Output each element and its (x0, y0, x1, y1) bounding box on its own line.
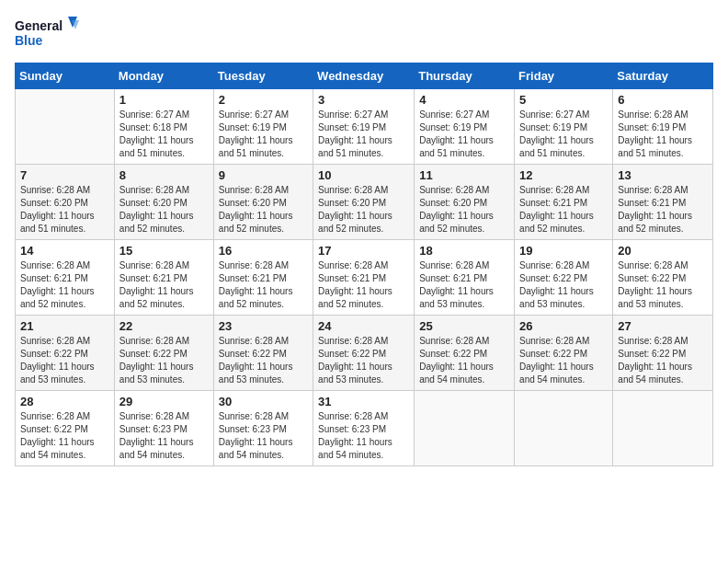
day-number: 28 (20, 395, 109, 408)
day-number: 19 (519, 244, 608, 258)
day-info: Sunrise: 6:28 AMSunset: 6:22 PMDaylight:… (419, 335, 509, 386)
calendar-day-cell (613, 391, 713, 466)
day-number: 23 (219, 319, 308, 333)
calendar-table: SundayMondayTuesdayWednesdayThursdayFrid… (15, 63, 713, 466)
day-info: Sunrise: 6:28 AMSunset: 6:22 PMDaylight:… (519, 335, 608, 386)
day-info: Sunrise: 6:28 AMSunset: 6:19 PMDaylight:… (618, 109, 708, 160)
calendar-day-cell: 28Sunrise: 6:28 AMSunset: 6:22 PMDayligh… (16, 391, 115, 466)
day-info: Sunrise: 6:28 AMSunset: 6:22 PMDaylight:… (618, 259, 708, 311)
day-number: 7 (20, 168, 109, 182)
calendar-day-cell (415, 391, 515, 466)
day-number: 12 (519, 168, 608, 182)
day-number: 20 (618, 244, 708, 258)
calendar-day-cell: 14Sunrise: 6:28 AMSunset: 6:21 PMDayligh… (16, 240, 115, 316)
calendar-day-cell: 23Sunrise: 6:28 AMSunset: 6:22 PMDayligh… (213, 316, 313, 391)
calendar-week-row: 28Sunrise: 6:28 AMSunset: 6:22 PMDayligh… (16, 391, 713, 466)
calendar-week-row: 1Sunrise: 6:27 AMSunset: 6:18 PMDaylight… (16, 89, 713, 165)
calendar-day-cell: 16Sunrise: 6:28 AMSunset: 6:21 PMDayligh… (213, 240, 313, 316)
day-number: 9 (219, 168, 308, 182)
day-info: Sunrise: 6:27 AMSunset: 6:19 PMDaylight:… (219, 109, 308, 160)
day-info: Sunrise: 6:28 AMSunset: 6:21 PMDaylight:… (20, 259, 109, 311)
day-info: Sunrise: 6:28 AMSunset: 6:21 PMDaylight:… (318, 259, 409, 311)
day-number: 14 (20, 244, 109, 258)
calendar-header-row: SundayMondayTuesdayWednesdayThursdayFrid… (16, 63, 713, 89)
calendar-day-cell: 13Sunrise: 6:28 AMSunset: 6:21 PMDayligh… (613, 165, 713, 240)
day-number: 29 (119, 395, 209, 408)
day-number: 30 (219, 395, 308, 408)
calendar-day-cell: 24Sunrise: 6:28 AMSunset: 6:22 PMDayligh… (313, 316, 415, 391)
weekday-header: Thursday (415, 63, 515, 89)
day-number: 8 (119, 168, 209, 182)
day-number: 13 (618, 168, 708, 182)
calendar-day-cell: 21Sunrise: 6:28 AMSunset: 6:22 PMDayligh… (16, 316, 115, 391)
day-info: Sunrise: 6:28 AMSunset: 6:22 PMDaylight:… (318, 335, 409, 386)
day-number: 25 (419, 319, 509, 333)
day-info: Sunrise: 6:28 AMSunset: 6:20 PMDaylight:… (20, 184, 109, 236)
svg-text:Blue: Blue (15, 33, 43, 48)
day-number: 27 (618, 319, 708, 333)
calendar-day-cell (16, 89, 115, 165)
weekday-header: Tuesday (213, 63, 313, 89)
day-info: Sunrise: 6:28 AMSunset: 6:22 PMDaylight:… (618, 335, 708, 386)
calendar-week-row: 7Sunrise: 6:28 AMSunset: 6:20 PMDaylight… (16, 165, 713, 240)
day-info: Sunrise: 6:28 AMSunset: 6:21 PMDaylight:… (519, 184, 608, 236)
day-info: Sunrise: 6:28 AMSunset: 6:23 PMDaylight:… (219, 410, 308, 462)
weekday-header: Sunday (16, 63, 115, 89)
calendar-day-cell: 27Sunrise: 6:28 AMSunset: 6:22 PMDayligh… (613, 316, 713, 391)
calendar-day-cell: 7Sunrise: 6:28 AMSunset: 6:20 PMDaylight… (16, 165, 115, 240)
day-info: Sunrise: 6:28 AMSunset: 6:23 PMDaylight:… (318, 410, 409, 462)
calendar-day-cell: 3Sunrise: 6:27 AMSunset: 6:19 PMDaylight… (313, 89, 415, 165)
day-number: 1 (119, 93, 209, 107)
day-number: 31 (318, 395, 409, 408)
logo: General Blue (15, 15, 79, 52)
day-info: Sunrise: 6:27 AMSunset: 6:19 PMDaylight:… (419, 109, 509, 160)
calendar-day-cell: 6Sunrise: 6:28 AMSunset: 6:19 PMDaylight… (613, 89, 713, 165)
day-info: Sunrise: 6:27 AMSunset: 6:18 PMDaylight:… (119, 109, 209, 160)
day-info: Sunrise: 6:28 AMSunset: 6:20 PMDaylight:… (419, 184, 509, 236)
day-number: 5 (519, 93, 608, 107)
day-number: 15 (119, 244, 209, 258)
weekday-header: Monday (114, 63, 213, 89)
page-header: General Blue (15, 15, 713, 52)
calendar-day-cell: 18Sunrise: 6:28 AMSunset: 6:21 PMDayligh… (415, 240, 515, 316)
day-info: Sunrise: 6:28 AMSunset: 6:22 PMDaylight:… (219, 335, 308, 386)
day-info: Sunrise: 6:28 AMSunset: 6:20 PMDaylight:… (219, 184, 308, 236)
calendar-day-cell: 25Sunrise: 6:28 AMSunset: 6:22 PMDayligh… (415, 316, 515, 391)
day-info: Sunrise: 6:28 AMSunset: 6:22 PMDaylight:… (119, 335, 209, 386)
day-info: Sunrise: 6:28 AMSunset: 6:22 PMDaylight:… (20, 335, 109, 386)
day-info: Sunrise: 6:28 AMSunset: 6:21 PMDaylight:… (419, 259, 509, 311)
day-info: Sunrise: 6:27 AMSunset: 6:19 PMDaylight:… (318, 109, 409, 160)
calendar-day-cell: 4Sunrise: 6:27 AMSunset: 6:19 PMDaylight… (415, 89, 515, 165)
calendar-day-cell: 26Sunrise: 6:28 AMSunset: 6:22 PMDayligh… (515, 316, 613, 391)
day-number: 24 (318, 319, 409, 333)
calendar-day-cell: 15Sunrise: 6:28 AMSunset: 6:21 PMDayligh… (114, 240, 213, 316)
day-info: Sunrise: 6:28 AMSunset: 6:21 PMDaylight:… (219, 259, 308, 311)
day-number: 21 (20, 319, 109, 333)
day-info: Sunrise: 6:28 AMSunset: 6:22 PMDaylight:… (20, 410, 109, 462)
day-number: 2 (219, 93, 308, 107)
calendar-day-cell: 22Sunrise: 6:28 AMSunset: 6:22 PMDayligh… (114, 316, 213, 391)
day-info: Sunrise: 6:28 AMSunset: 6:21 PMDaylight:… (618, 184, 708, 236)
day-number: 26 (519, 319, 608, 333)
weekday-header: Saturday (613, 63, 713, 89)
weekday-header: Friday (515, 63, 613, 89)
calendar-day-cell (515, 391, 613, 466)
calendar-day-cell: 9Sunrise: 6:28 AMSunset: 6:20 PMDaylight… (213, 165, 313, 240)
calendar-day-cell: 1Sunrise: 6:27 AMSunset: 6:18 PMDaylight… (114, 89, 213, 165)
day-info: Sunrise: 6:28 AMSunset: 6:22 PMDaylight:… (519, 259, 608, 311)
day-number: 18 (419, 244, 509, 258)
day-number: 10 (318, 168, 409, 182)
calendar-week-row: 21Sunrise: 6:28 AMSunset: 6:22 PMDayligh… (16, 316, 713, 391)
calendar-day-cell: 20Sunrise: 6:28 AMSunset: 6:22 PMDayligh… (613, 240, 713, 316)
calendar-day-cell: 31Sunrise: 6:28 AMSunset: 6:23 PMDayligh… (313, 391, 415, 466)
day-info: Sunrise: 6:28 AMSunset: 6:23 PMDaylight:… (119, 410, 209, 462)
weekday-header: Wednesday (313, 63, 415, 89)
calendar-week-row: 14Sunrise: 6:28 AMSunset: 6:21 PMDayligh… (16, 240, 713, 316)
day-number: 17 (318, 244, 409, 258)
calendar-day-cell: 17Sunrise: 6:28 AMSunset: 6:21 PMDayligh… (313, 240, 415, 316)
day-number: 4 (419, 93, 509, 107)
day-number: 6 (618, 93, 708, 107)
calendar-day-cell: 19Sunrise: 6:28 AMSunset: 6:22 PMDayligh… (515, 240, 613, 316)
day-info: Sunrise: 6:27 AMSunset: 6:19 PMDaylight:… (519, 109, 608, 160)
day-info: Sunrise: 6:28 AMSunset: 6:21 PMDaylight:… (119, 259, 209, 311)
